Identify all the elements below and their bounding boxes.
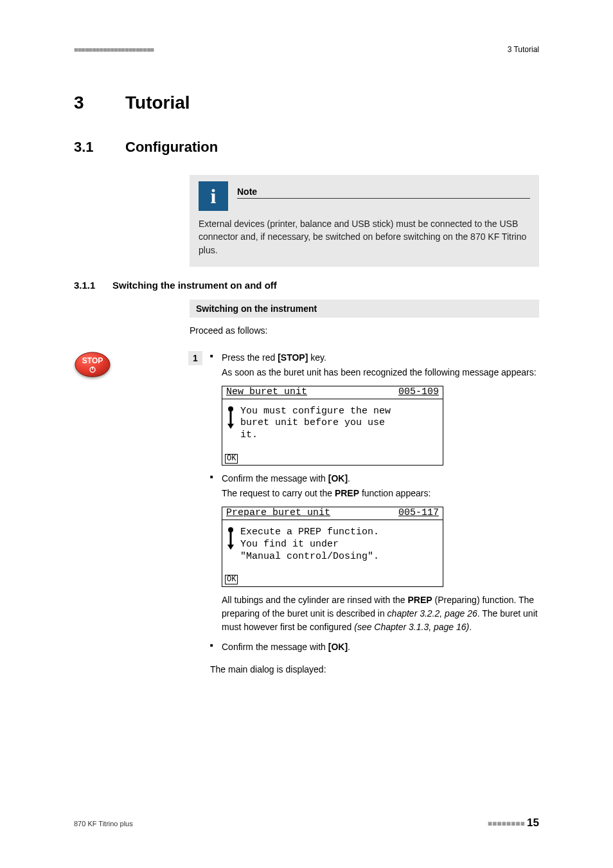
lcd1-ok: OK: [225, 454, 238, 464]
lcd2-title: Prepare buret unit: [226, 507, 330, 520]
subsection-number: 3.1.1: [74, 280, 112, 291]
svg-rect-7: [230, 532, 232, 545]
svg-rect-4: [230, 411, 232, 424]
lcd2-ok: OK: [225, 575, 238, 584]
header-section-label: 3 Tutorial: [508, 45, 539, 54]
lcd2-code: 005-117: [398, 507, 439, 520]
lcd1-code: 005-109: [398, 386, 439, 399]
proceed-text: Proceed as follows:: [190, 325, 539, 336]
section-heading: 3.1Configuration: [74, 139, 539, 156]
procedure-title: Switching on the instrument: [190, 300, 539, 318]
step-bullet-2-sub: The request to carry out the PREP functi…: [222, 487, 539, 500]
note-label: Note: [237, 186, 530, 197]
stop-label: STOP: [82, 356, 103, 365]
step-bullet-1-sub: As soon as the buret unit has been recog…: [222, 366, 539, 379]
note-text: External devices (printer, balance and U…: [199, 217, 530, 257]
lcd-screen-2: Prepare buret unit 005-117: [222, 507, 443, 587]
down-arrow-icon: [226, 527, 235, 552]
svg-marker-8: [227, 545, 234, 550]
lcd1-message: You must configure the new buret unit be…: [240, 406, 391, 442]
svg-point-6: [228, 527, 233, 532]
section-title: Configuration: [125, 139, 218, 155]
svg-marker-5: [227, 424, 234, 429]
main-dialog-text: The main dialog is displayed:: [210, 664, 539, 674]
subsection-title: Switching the instrument on and off: [112, 280, 277, 291]
down-arrow-icon: [226, 406, 235, 431]
svg-point-3: [228, 406, 233, 411]
subsection-heading: 3.1.1Switching the instrument on and off: [74, 280, 539, 291]
step-number: 1: [188, 351, 202, 365]
step-bullet-1: Press the red [STOP] key. As soon as the…: [210, 351, 539, 466]
header-dashes-left: ■■■■■■■■■■■■■■■■■■■■■■: [74, 46, 154, 53]
prep-description: All tubings and the cylinder are rinsed …: [222, 593, 539, 634]
lcd2-message: Execute a PREP function. You find it und…: [240, 527, 379, 563]
note-box: i Note External devices (printer, balanc…: [190, 175, 539, 267]
info-icon: i: [199, 181, 228, 211]
chapter-heading: 3Tutorial: [74, 93, 539, 113]
step-bullet-3: Confirm the message with [OK].: [210, 640, 539, 654]
lcd1-title: New buret unit: [226, 386, 307, 399]
chapter-title: Tutorial: [125, 93, 190, 113]
footer-dashes: ■■■■■■■■: [488, 819, 525, 828]
page-number: 15: [527, 817, 539, 829]
section-number: 3.1: [74, 139, 125, 156]
footer-product: 870 KF Titrino plus: [74, 820, 133, 827]
stop-button-icon: STOP: [74, 351, 111, 378]
chapter-number: 3: [74, 93, 125, 113]
step-bullet-2: Confirm the message with [OK]. The reque…: [210, 472, 539, 634]
lcd-screen-1: New buret unit 005-109: [222, 386, 443, 466]
